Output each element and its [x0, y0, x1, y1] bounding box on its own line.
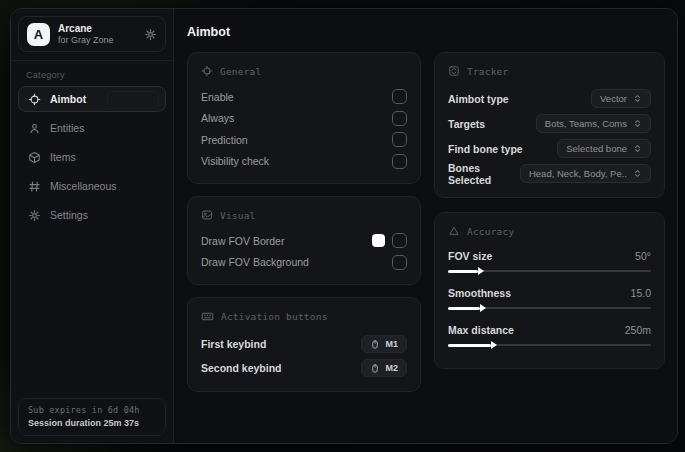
max-distance-slider-group: Max distance 250m [448, 320, 651, 346]
tracker-card: Tracker Aimbot type Vector [434, 52, 665, 198]
setting-label: Enable [201, 91, 234, 103]
tracker-label: Aimbot type [448, 93, 509, 105]
setting-label: Prediction [201, 134, 248, 146]
select-value: Head, Neck, Body, Pe.. [529, 168, 627, 179]
aimbot-type-select[interactable]: Vector [591, 89, 651, 108]
setting-label: Draw FOV Border [201, 235, 284, 247]
setting-row-fov-border: Draw FOV Border [201, 230, 407, 252]
brand-logo: A [27, 23, 50, 46]
accuracy-card-title: Accuracy [448, 225, 651, 237]
general-card: General Enable Always Prediction [187, 52, 421, 184]
gear-icon[interactable] [144, 28, 157, 41]
sidebar-item-miscellaneous[interactable]: Miscellaneous [18, 173, 166, 199]
fov-border-checkbox[interactable] [392, 233, 407, 248]
sidebar-item-aimbot[interactable]: Aimbot [18, 86, 166, 112]
fov-size-slider-group: FOV size 50° [448, 246, 651, 272]
triangle-icon [448, 225, 460, 237]
card-title-text: Tracker [467, 66, 508, 77]
cube-icon [28, 151, 41, 164]
second-keybind-button[interactable]: M2 [361, 359, 407, 377]
keybind-label: First keybind [201, 338, 266, 350]
sidebar-item-label: Items [50, 151, 76, 163]
sidebar-item-label: Settings [50, 209, 88, 221]
color-swatch[interactable] [372, 234, 385, 247]
session-duration-text: Session duration 25m 37s [28, 418, 156, 428]
slider-label: FOV size [448, 250, 492, 262]
slider-label: Smoothness [448, 287, 511, 299]
enable-checkbox[interactable] [392, 89, 407, 104]
slider-fill[interactable] [448, 270, 478, 273]
crosshair-icon [201, 65, 213, 77]
setting-row-enable: Enable [201, 86, 407, 108]
keybind-row-first: First keybind M1 [201, 332, 407, 356]
brand-card: A Arcane for Gray Zone [18, 16, 166, 52]
subscription-card: Sub expires in 6d 04h Session duration 2… [18, 398, 166, 436]
keybind-value: M1 [385, 339, 398, 349]
chevron-up-down-icon [633, 144, 642, 153]
bones-selected-select[interactable]: Head, Neck, Body, Pe.. [520, 164, 651, 183]
tracker-label: Bones Selected [448, 162, 520, 186]
watermark-ghost [107, 91, 159, 108]
find-bone-type-select[interactable]: Selected bone [557, 139, 651, 158]
general-card-title: General [201, 65, 407, 77]
visual-card: Visual Draw FOV Border Draw FOV Backgrou… [187, 196, 421, 285]
brand-subtitle: for Gray Zone [58, 35, 114, 45]
slider-fill[interactable] [448, 344, 491, 347]
max-distance-slider[interactable] [448, 344, 651, 346]
sidebar-item-entities[interactable]: Entities [18, 115, 166, 141]
tracker-row-bones-selected: Bones Selected Head, Neck, Body, Pe.. [448, 161, 651, 186]
mouse-icon [370, 363, 380, 374]
main-content: Aimbot General [174, 9, 677, 443]
tracker-label: Find bone type [448, 143, 523, 155]
mouse-icon [370, 339, 380, 350]
chevron-up-down-icon [633, 169, 642, 178]
activation-buttons-card: Activation buttons First keybind M1 [187, 297, 421, 392]
fov-size-slider[interactable] [448, 270, 651, 272]
tracker-icon [448, 65, 460, 77]
visibility-check-checkbox[interactable] [392, 154, 407, 169]
brand-text: Arcane for Gray Zone [58, 23, 114, 45]
image-icon [201, 209, 213, 221]
person-icon [28, 122, 41, 135]
sidebar: A Arcane for Gray Zone Category [11, 9, 174, 443]
fov-border-controls [372, 233, 407, 248]
tracker-card-title: Tracker [448, 65, 651, 77]
keybind-label: Second keybind [201, 362, 282, 374]
left-column: General Enable Always Prediction [187, 52, 421, 392]
setting-label: Draw FOV Background [201, 256, 309, 268]
slider-fill[interactable] [448, 307, 480, 310]
sidebar-item-settings[interactable]: Settings [18, 202, 166, 228]
gear-icon [28, 209, 41, 222]
slider-value: 50° [635, 250, 651, 262]
smoothness-slider[interactable] [448, 307, 651, 309]
select-value: Selected bone [566, 143, 627, 154]
app-window: A Arcane for Gray Zone Category [10, 8, 678, 444]
slider-value: 15.0 [631, 287, 651, 299]
slider-label: Max distance [448, 324, 514, 336]
setting-row-fov-background: Draw FOV Background [201, 252, 407, 274]
card-title-text: General [220, 66, 261, 77]
card-title-text: Visual [220, 210, 256, 221]
category-label: Category [26, 70, 158, 80]
tracker-row-aimbot-type: Aimbot type Vector [448, 86, 651, 111]
right-column: Tracker Aimbot type Vector [434, 52, 665, 369]
sidebar-item-items[interactable]: Items [18, 144, 166, 170]
keybind-value: M2 [385, 363, 398, 373]
always-checkbox[interactable] [392, 111, 407, 126]
sub-expires-text: Sub expires in 6d 04h [28, 405, 156, 415]
setting-label: Visibility check [201, 155, 269, 167]
page-title: Aimbot [187, 25, 665, 39]
targets-select[interactable]: Bots, Teams, Coms [536, 114, 651, 133]
sidebar-nav: Aimbot Entities [11, 86, 173, 228]
fov-background-checkbox[interactable] [392, 255, 407, 270]
sidebar-item-label: Entities [50, 122, 84, 134]
setting-row-visibility-check: Visibility check [201, 151, 407, 173]
brand-name: Arcane [58, 23, 114, 35]
hash-icon [28, 180, 41, 193]
tracker-label: Targets [448, 118, 485, 130]
prediction-checkbox[interactable] [392, 132, 407, 147]
first-keybind-button[interactable]: M1 [361, 335, 407, 353]
card-title-text: Activation buttons [221, 311, 328, 322]
setting-row-always: Always [201, 108, 407, 130]
smoothness-slider-group: Smoothness 15.0 [448, 283, 651, 309]
